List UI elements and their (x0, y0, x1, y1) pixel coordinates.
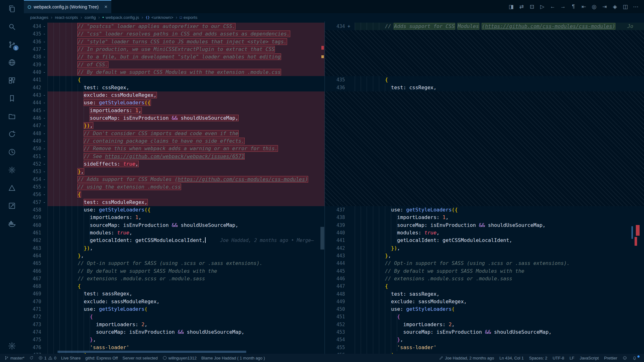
line-number[interactable]: 434 (325, 23, 345, 30)
line-number[interactable]: 459 (24, 214, 41, 221)
source-control-icon[interactable]: 1 (7, 40, 17, 49)
line-number[interactable]: 454 (325, 336, 345, 343)
code-line[interactable]: 459 importLoaders: 1, (24, 214, 325, 221)
code-line[interactable]: 444 // Opt-in support for SASS (using .s… (325, 260, 644, 267)
inline-diff-toggle-icon[interactable]: ◨ (507, 3, 515, 10)
line-number[interactable]: 444 (325, 260, 345, 267)
refresh-icon[interactable] (7, 130, 17, 138)
left-horizontal-scrollbar[interactable] (58, 351, 246, 353)
feedback-status[interactable] (623, 356, 627, 360)
line-number[interactable]: 445 (24, 107, 41, 114)
line-number[interactable]: 461 (24, 229, 41, 237)
line-number[interactable]: 468 (24, 282, 41, 290)
diamond-icon[interactable]: ◈ (611, 3, 619, 10)
line-number[interactable]: 449 (325, 298, 345, 305)
line-number[interactable]: 456 (325, 351, 345, 354)
code-line[interactable]: 467 // extensions .module.scss or .modul… (24, 275, 325, 282)
swap-sides-icon[interactable]: ⇄ (518, 3, 525, 10)
code-line[interactable]: 452- sideEffects: true, (24, 160, 325, 168)
language-status[interactable]: JavaScript (580, 356, 599, 360)
line-number[interactable]: 449 (24, 137, 41, 145)
eol-status[interactable]: LF (569, 356, 574, 360)
line-number[interactable]: 465 (24, 260, 41, 267)
encoding-status[interactable]: UTF-8 (552, 356, 564, 360)
breadcrumb-item-unknown[interactable]: {}<unknown> (146, 15, 173, 20)
code-line[interactable]: 438- // to a file, but in development "s… (24, 53, 325, 61)
line-number[interactable]: 447 (24, 122, 41, 129)
code-line[interactable]: 461 modules: true, (24, 229, 325, 237)
code-line[interactable]: 448- // Don't consider CSS imports dead … (24, 130, 325, 137)
code-line[interactable]: 442 test: cssRegex, (24, 84, 325, 91)
code-line[interactable]: 447 { (325, 282, 644, 290)
code-line[interactable]: 457- test: cssModuleRegex, (24, 199, 325, 206)
code-line[interactable]: 435 { (325, 76, 644, 84)
previous-change-icon[interactable]: ⇤ (580, 3, 588, 10)
code-line[interactable]: 443 }, (325, 252, 644, 260)
line-number[interactable]: 474 (24, 328, 41, 336)
server-status[interactable]: Server not selected (123, 356, 158, 360)
code-line[interactable]: 454 }, (325, 336, 644, 343)
code-line[interactable]: 470 exclude: sassModuleRegex, (24, 298, 325, 305)
sync-status[interactable] (29, 356, 34, 360)
line-number[interactable]: 454 (24, 176, 41, 183)
code-line[interactable]: 439- // of CSS. (24, 61, 325, 69)
code-line[interactable]: 453- }, (24, 168, 325, 175)
code-line[interactable]: 439 sourceMap: isEnvProduction && should… (325, 222, 644, 229)
notifications-status[interactable] (632, 356, 640, 360)
line-number[interactable]: 463 (24, 244, 41, 252)
code-line[interactable]: 462 getLocalIdent: getCSSModuleLocalIden… (24, 237, 325, 244)
line-number[interactable]: 436 (24, 38, 41, 46)
code-line[interactable]: 474 sourceMap: isEnvProduction && should… (24, 328, 325, 336)
code-line[interactable]: 448 test: sassRegex, (325, 290, 644, 298)
code-line[interactable]: 456 ) (325, 351, 644, 354)
code-line[interactable]: 456- { (24, 191, 325, 198)
line-number[interactable]: 466 (24, 267, 41, 275)
line-number[interactable]: 437 (24, 46, 41, 53)
commit-info-status[interactable]: Joe Haddad, 2 months ago (439, 356, 494, 360)
more-actions-icon[interactable]: ⋯ (632, 3, 640, 10)
line-number[interactable]: 470 (24, 298, 41, 305)
line-number[interactable]: 456 (24, 191, 41, 198)
code-line[interactable]: 451 { (325, 313, 644, 321)
search-icon[interactable] (7, 22, 17, 31)
line-number[interactable]: 439 (24, 61, 41, 69)
forward-icon[interactable]: → (559, 3, 567, 10)
code-line[interactable]: 464 }, (24, 252, 325, 260)
line-number[interactable]: 451 (325, 313, 345, 321)
code-line[interactable]: 449 exclude: sassModuleRegex, (325, 298, 644, 305)
line-number[interactable]: 460 (24, 222, 41, 229)
line-number[interactable]: 434 (24, 23, 41, 30)
split-editor-icon[interactable]: ◫ (621, 3, 629, 10)
extensions-icon[interactable] (7, 76, 17, 85)
code-line[interactable]: 445 // By default we support SASS Module… (325, 267, 644, 275)
line-number[interactable]: 448 (325, 290, 345, 298)
line-number[interactable]: 435 (325, 76, 345, 84)
line-number[interactable]: 452 (24, 160, 41, 168)
line-number[interactable]: 438 (24, 53, 41, 61)
line-number[interactable]: 440 (325, 229, 345, 237)
bookmarks-icon[interactable] (7, 94, 17, 102)
line-number[interactable]: 444 (24, 99, 41, 107)
line-number[interactable]: 442 (24, 84, 41, 91)
line-number[interactable]: 442 (325, 244, 345, 252)
folder-icon[interactable] (7, 112, 17, 120)
line-number[interactable]: 445 (325, 267, 345, 275)
code-line[interactable]: 469 test: sassRegex, (24, 290, 325, 298)
code-line[interactable]: 475 }, (24, 336, 325, 343)
settings-sync-icon[interactable] (7, 166, 17, 174)
line-number[interactable]: 446 (24, 114, 41, 122)
code-line[interactable]: 476 'sass-loader' (24, 344, 325, 351)
line-number[interactable]: 472 (24, 313, 41, 321)
line-number[interactable]: 473 (24, 321, 41, 328)
blame-status[interactable]: Blame Joe Haddad ( 1 month ago ) (201, 356, 265, 360)
code-line[interactable]: 455 'sass-loader' (325, 344, 644, 351)
line-number[interactable]: 450 (325, 305, 345, 313)
code-line[interactable]: 447- }), (24, 122, 325, 129)
line-number[interactable]: 452 (325, 321, 345, 328)
line-number[interactable]: 467 (24, 275, 41, 282)
tab-webpack-config-working-tree[interactable]: webpack.config.js (Working Tree) × (24, 0, 111, 13)
code-line[interactable]: 438 importLoaders: 1, (325, 214, 644, 221)
code-line[interactable]: 440- // By default we support CSS Module… (24, 69, 325, 76)
triangle-icon[interactable] (7, 184, 17, 192)
code-line[interactable]: 468 { (24, 282, 325, 290)
